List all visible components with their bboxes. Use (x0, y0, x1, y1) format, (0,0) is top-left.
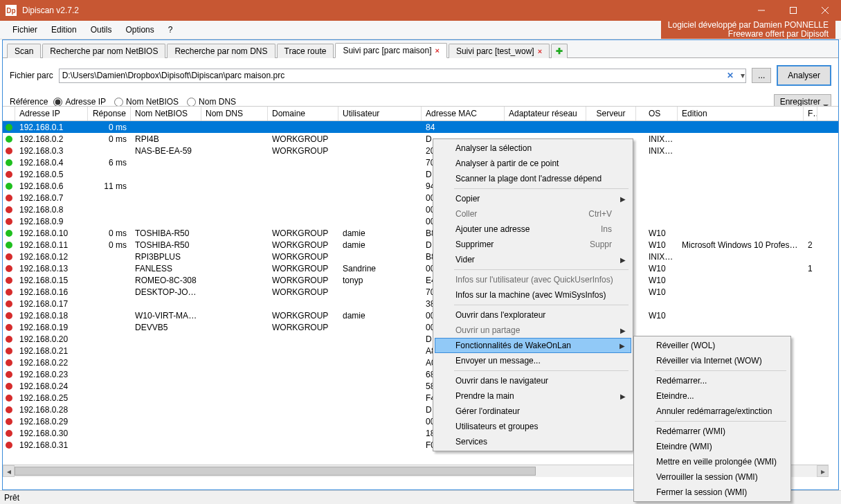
file-path-input[interactable] (59, 69, 747, 83)
tab[interactable]: Scan (7, 44, 41, 58)
menu-item[interactable]: Ouvrir dans le navigateur (435, 373, 631, 388)
menu-item[interactable]: Scanner la plage dont l'adresse dépend (435, 171, 631, 186)
close-button[interactable] (809, 0, 841, 21)
scroll-thumb[interactable] (15, 467, 536, 476)
menu-item[interactable]: Gérer l'ordinateur (435, 404, 631, 419)
table-row[interactable]: 192.168.0.20 msRPI4BWORKGROUPDINIX/LINUX (3, 133, 838, 145)
tab-close-icon[interactable]: × (538, 47, 542, 55)
status-dot-icon (6, 406, 12, 413)
menu-item[interactable]: Fermer la session (WMI) (635, 485, 789, 500)
table-row[interactable]: 192.168.0.15ROMEO-8C-308WORKGROUPtonypE4… (3, 274, 838, 286)
menu-separator (454, 269, 629, 270)
column-header[interactable]: Domaine (268, 107, 338, 120)
scroll-left-icon[interactable]: ◂ (3, 465, 15, 477)
tab-close-icon[interactable]: × (435, 46, 439, 55)
menu-item[interactable]: Redémarrer... (635, 373, 789, 388)
analyze-button[interactable]: Analyser (777, 65, 831, 86)
menu-fichier[interactable]: Fichier (6, 22, 44, 37)
menu-item[interactable]: Ouvrir dans l'explorateur (435, 307, 631, 323)
table-row[interactable]: 192.168.0.18W10-VIRT-MAI...WORKGROUPdami… (3, 309, 838, 321)
ref-radio[interactable]: Nom NetBIOS (114, 97, 179, 107)
status-dot-icon (6, 359, 12, 366)
ref-radio[interactable]: Adresse IP (53, 97, 106, 107)
menu-options[interactable]: Options (118, 22, 161, 37)
column-header[interactable]: Edition (678, 107, 804, 120)
menu-edition[interactable]: Edition (44, 22, 84, 37)
ref-radio[interactable]: Nom DNS (187, 97, 236, 107)
status-dot-icon (6, 371, 12, 378)
table-row[interactable]: 192.168.0.13FANLESSWORKGROUPSandrine00W1… (3, 262, 838, 274)
menu-item[interactable]: Fonctionnalités de WakeOnLan▶ (435, 338, 631, 353)
menu-item[interactable]: Utilisateurs et groupes (435, 419, 631, 434)
menu-outils[interactable]: Outils (84, 22, 119, 37)
menu-item[interactable]: Eteindre... (635, 388, 789, 404)
menu-item[interactable]: Mettre en veille prolongée (WMI) (635, 454, 789, 469)
menu-item[interactable]: Envoyer un message... (435, 353, 631, 368)
tab[interactable]: Recherche par nom NetBIOS (42, 44, 165, 58)
column-header[interactable]: Adresse MAC (422, 107, 505, 120)
menu-item[interactable]: Vider▶ (435, 252, 631, 267)
context-menu[interactable]: Analyser la sélectionAnalyser à partir d… (433, 138, 633, 451)
column-header[interactable]: Utilisateur (338, 107, 422, 120)
table-row[interactable]: 192.168.0.19DEVVB5WORKGROUP00 (3, 321, 838, 333)
menu-?[interactable]: ? (161, 22, 180, 37)
tab[interactable]: Recherche par nom DNS (167, 44, 275, 58)
status-dot-icon (6, 147, 12, 154)
column-header[interactable]: OS (636, 107, 678, 120)
table-row[interactable]: 192.168.0.800 (3, 204, 838, 215)
table-row[interactable]: 192.168.0.611 ms94 (3, 180, 838, 192)
menu-item[interactable]: SupprimerSuppr (435, 237, 631, 252)
table-row[interactable]: 192.168.0.5D (3, 168, 838, 180)
menu-item[interactable]: Analyser la sélection (435, 141, 631, 156)
column-header[interactable]: Nom NetBIOS (131, 107, 201, 120)
menu-item[interactable]: Ajouter une adresseIns (435, 222, 631, 237)
status-dot-icon (6, 324, 12, 331)
menu-item[interactable]: Services (435, 434, 631, 449)
column-header[interactable]: Nom DNS (201, 107, 268, 120)
dropdown-icon[interactable]: ▾ (741, 71, 745, 80)
menu-item[interactable]: Réveiller via Internet (WOW) (635, 353, 789, 368)
status-dot-icon (6, 348, 12, 354)
status-dot-icon (6, 230, 12, 237)
table-row[interactable]: 192.168.0.12RPI3BPLUSWORKGROUPB8INIX/LIN… (3, 251, 838, 262)
menu-item[interactable]: Copier▶ (435, 191, 631, 206)
clear-icon[interactable]: ✕ (727, 71, 734, 80)
menu-item[interactable]: Eteindre (WMI) (635, 439, 789, 454)
menu-item[interactable]: Infos sur la machine (avec WmiSysInfos) (435, 287, 631, 303)
column-header[interactable]: Adresse IP (15, 107, 88, 120)
table-row[interactable]: 192.168.0.110 msTOSHIBA-R50WORKGROUPdami… (3, 239, 838, 251)
tab[interactable]: Trace route (277, 44, 334, 58)
tab[interactable]: Suivi parc [test_wow]× (449, 44, 550, 58)
table-row[interactable]: 192.168.0.46 ms70 (3, 156, 838, 168)
tab-add-button[interactable]: ✚ (551, 44, 568, 58)
menubar: FichierEditionOutilsOptions? Logiciel dé… (0, 21, 841, 39)
menu-item[interactable]: Annuler redémarrage/extinction (635, 404, 789, 419)
column-header[interactable] (3, 107, 15, 120)
table-row[interactable]: 192.168.0.1738 (3, 298, 838, 309)
column-header[interactable]: Adaptateur réseau (505, 107, 586, 120)
status-dot-icon (6, 171, 12, 178)
table-row[interactable]: 192.168.0.100 msTOSHIBA-R50WORKGROUPdami… (3, 227, 838, 239)
table-row[interactable]: 192.168.0.10 ms84 (3, 121, 838, 133)
menu-item[interactable]: Verrouiller la session (WMI) (635, 469, 789, 485)
table-row[interactable]: 192.168.0.16DESKTOP-JOL...WORKGROUP70W10 (3, 286, 838, 298)
table-row[interactable]: 192.168.0.700 (3, 192, 838, 204)
browse-button[interactable]: ... (752, 68, 771, 83)
submenu-wakeonlan[interactable]: Réveiller (WOL)Réveiller via Internet (W… (633, 336, 791, 502)
column-header[interactable]: Réponse (88, 107, 131, 120)
menu-item[interactable]: Analyser à partir de ce point (435, 156, 631, 171)
menu-item: CollerCtrl+V (435, 206, 631, 222)
table-row[interactable]: 192.168.0.3NAS-BE-EA-59WORKGROUP20INIX/L… (3, 145, 838, 156)
minimize-button[interactable] (745, 0, 777, 21)
table-row[interactable]: 192.168.0.900 (3, 215, 838, 227)
tab[interactable]: Suivi parc [parc maison]× (335, 43, 447, 58)
menu-item[interactable]: Redémarrer (WMI) (635, 424, 789, 439)
menu-item[interactable]: Prendre la main▶ (435, 388, 631, 404)
submenu-arrow-icon: ▶ (620, 195, 626, 203)
scroll-right-icon[interactable]: ▸ (817, 465, 829, 477)
column-header[interactable]: Serveur (586, 107, 636, 120)
maximize-button[interactable] (777, 0, 809, 21)
column-header[interactable]: F (804, 107, 817, 120)
reference-label: Référence (10, 97, 48, 107)
menu-item[interactable]: Réveiller (WOL) (635, 338, 789, 353)
